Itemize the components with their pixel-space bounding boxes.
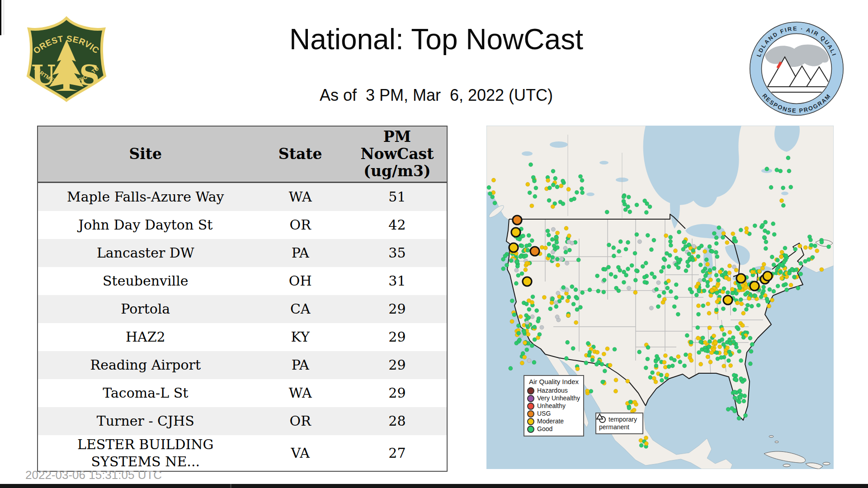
temporary-site-marker <box>723 296 732 305</box>
site-cell: Portola <box>38 295 253 323</box>
aqi-legend-item: USG <box>527 410 580 418</box>
aqi-legend-item: Unhealthy <box>527 402 580 410</box>
state-cell: OR <box>253 407 348 435</box>
left-edge-line <box>4 0 4 35</box>
aqi-legend-label: Moderate <box>537 418 564 425</box>
aqi-map: Air Quality Index HazardousVery Unhealth… <box>486 126 834 469</box>
table-row: Reading AirportPA29 <box>38 351 447 379</box>
site-cell: Tacoma-L St <box>38 379 253 407</box>
value-cell: 31 <box>348 267 447 295</box>
temporary-site-marker <box>530 247 539 256</box>
left-edge-artifact <box>0 0 1 35</box>
temporary-site-marker <box>511 228 520 237</box>
state-cell: CA <box>253 295 348 323</box>
aqi-legend-item: Hazardous <box>527 387 580 394</box>
state-cell: VA <box>253 435 348 471</box>
temporary-site-marker <box>750 282 759 291</box>
marker-legend: temporarypermanent <box>595 413 643 434</box>
table-row: Lancaster DWPA35 <box>38 239 447 267</box>
table-row: SteubenvilleOH31 <box>38 267 447 295</box>
value-cell: 51 <box>348 183 447 211</box>
bottom-bar <box>0 484 868 488</box>
value-cell: 29 <box>348 351 447 379</box>
marker-legend-item: temporary <box>599 416 640 423</box>
timestamp: 2022-03-06 15:31:05 UTC <box>25 468 162 482</box>
state-cell: OR <box>253 211 348 239</box>
aqi-legend-title: Air Quality Index <box>527 378 580 385</box>
value-cell: 29 <box>348 379 447 407</box>
bottom-bar-notch <box>230 484 231 488</box>
value-cell: 35 <box>348 239 447 267</box>
moderate-swatch-icon <box>527 418 534 425</box>
marker-legend-item: permanent <box>599 423 640 431</box>
table-row: HAZ2KY29 <box>38 323 447 351</box>
state-cell: PA <box>253 351 348 379</box>
table-row: Maple Falls-Azure WayWA51 <box>38 183 447 211</box>
value-cell: 27 <box>348 435 447 471</box>
site-cell: HAZ2 <box>38 323 253 351</box>
site-cell: Reading Airport <box>38 351 253 379</box>
page-title: National: Top NowCast <box>289 23 583 56</box>
nowcast-table: Site State PM NowCast (ug/m3) Maple Fall… <box>37 126 448 472</box>
site-cell: Steubenville <box>38 267 253 295</box>
table-body: Maple Falls-Azure WayWA51John Day Dayton… <box>38 183 447 472</box>
state-cell: KY <box>253 323 348 351</box>
table-row: Turner - CJHSOR28 <box>38 407 447 435</box>
hazardous-swatch-icon <box>527 387 534 394</box>
good-swatch-icon <box>527 426 534 433</box>
temporary-site-marker <box>509 243 518 252</box>
aqi-legend-label: Good <box>537 425 552 433</box>
site-cell: Lancaster DW <box>38 239 253 267</box>
aqi-legend-item: Moderate <box>527 418 580 425</box>
temporary-site-marker <box>736 274 745 283</box>
page-subtitle: As of 3 PM, Mar 6, 2022 (UTC) <box>320 86 553 105</box>
site-cell: John Day Dayton St <box>38 211 253 239</box>
value-cell: 29 <box>348 323 447 351</box>
marker-legend-label: temporary <box>609 416 637 423</box>
state-cell: PA <box>253 239 348 267</box>
aqi-legend-item: Very Unhealthy <box>527 394 580 402</box>
table-row: LESTER BUILDING SYSTEMS NE...VA27 <box>38 435 447 471</box>
table-row: Tacoma-L StWA29 <box>38 379 447 407</box>
col-header-state: State <box>253 126 348 183</box>
state-cell: WA <box>253 379 348 407</box>
aqi-legend-label: Very Unhealthy <box>537 394 580 402</box>
temporary-site-marker <box>513 216 522 225</box>
very_unhealthy-swatch-icon <box>527 395 534 402</box>
state-cell: WA <box>253 183 348 211</box>
value-cell: 29 <box>348 295 447 323</box>
site-cell: Maple Falls-Azure Way <box>38 183 253 211</box>
aqi-legend-label: Unhealthy <box>537 402 566 410</box>
unhealthy-swatch-icon <box>527 403 534 410</box>
temporary-site-marker <box>763 272 772 281</box>
logo-inner-circle <box>762 34 832 104</box>
slide-root: { "slide": { "title": "National: Top Now… <box>0 0 868 488</box>
table-header-row: Site State PM NowCast (ug/m3) <box>38 126 447 183</box>
aqi-legend: Air Quality Index HazardousVery Unhealth… <box>524 375 584 436</box>
col-header-site: Site <box>38 126 253 183</box>
forest-service-logo: FOREST SERVICE U S DEPARTMENT OF AGRICUL… <box>24 16 109 103</box>
wfaqrp-logo: WILDLAND FIRE · AIR QUALITY RESPONSE PRO… <box>749 21 844 117</box>
aqi-legend-label: USG <box>537 410 551 418</box>
temporary-site-marker <box>523 277 532 286</box>
value-cell: 28 <box>348 407 447 435</box>
aqi-legend-item: Good <box>527 425 580 433</box>
col-header-pm-nowcast: PM NowCast (ug/m3) <box>348 126 447 183</box>
state-cell: OH <box>253 267 348 295</box>
value-cell: 42 <box>348 211 447 239</box>
smoke-cloud <box>765 44 829 67</box>
usg-swatch-icon <box>527 410 534 418</box>
aqi-legend-label: Hazardous <box>537 387 568 394</box>
table-row: John Day Dayton StOR42 <box>38 211 447 239</box>
site-cell: LESTER BUILDING SYSTEMS NE... <box>38 435 253 471</box>
table-row: PortolaCA29 <box>38 295 447 323</box>
marker-legend-label: permanent <box>599 423 629 431</box>
site-cell: Turner - CJHS <box>38 407 253 435</box>
permanent-triangle-icon <box>596 413 603 420</box>
